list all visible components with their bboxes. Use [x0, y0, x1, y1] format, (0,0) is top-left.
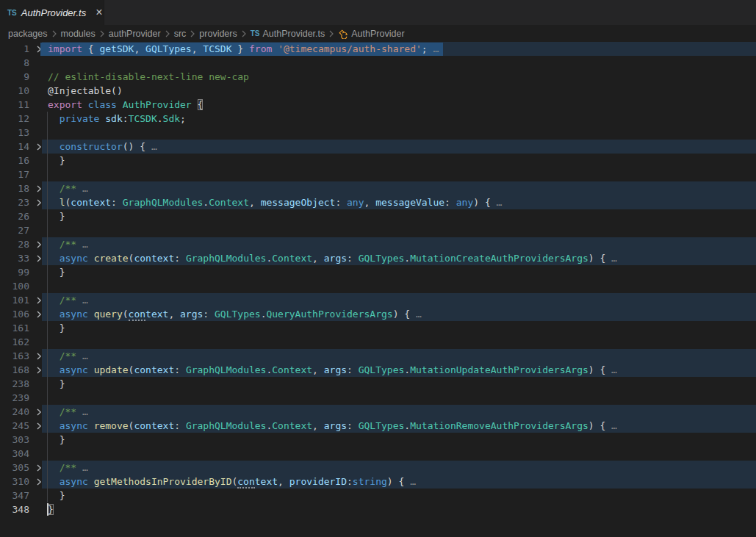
code-line[interactable]: 163 /** … [0, 349, 756, 363]
code-text[interactable]: /** … [48, 239, 88, 250]
fold-chevron-icon[interactable] [29, 199, 48, 206]
fold-chevron-icon[interactable] [29, 241, 48, 248]
code-text[interactable]: } [48, 155, 65, 166]
code-text[interactable]: async getMethodsInProviderByID(context, … [48, 476, 416, 487]
code-line[interactable]: 168 async update(context: GraphQLModules… [0, 363, 756, 377]
code-text[interactable]: async query(context, args: GQLTypes.Quer… [48, 309, 422, 320]
code-line[interactable]: 240 /** … [0, 405, 756, 419]
breadcrumb-item-authprovider[interactable]: authProvider [109, 29, 161, 39]
code-line[interactable]: 9// eslint-disable-next-line new-cap [0, 70, 756, 84]
breadcrumb-item-symbol[interactable]: AuthProvider [338, 29, 404, 39]
code-line[interactable]: 17 [0, 167, 756, 181]
breadcrumb-item-modules[interactable]: modules [61, 29, 96, 39]
code-text[interactable]: } [48, 490, 65, 501]
code-line[interactable]: 1import { getSDK, GQLTypes, TCSDK } from… [0, 42, 756, 56]
token: async [60, 253, 88, 264]
code-text[interactable]: @Injectable() [48, 85, 123, 96]
token: GQLTypes [359, 253, 405, 264]
code-line[interactable]: 33 async create(context: GraphQLModules.… [0, 251, 756, 265]
code-text[interactable]: /** … [48, 350, 88, 361]
line-number: 16 [0, 155, 29, 166]
code-text[interactable]: // eslint-disable-next-line new-cap [48, 71, 249, 82]
code-text[interactable]: } [48, 322, 65, 334]
code-line[interactable]: 304 [0, 447, 756, 461]
token: messageObject [261, 197, 336, 208]
code-text[interactable]: import { getSDK, GQLTypes, TCSDK } from … [48, 43, 443, 54]
fold-chevron-icon[interactable] [29, 464, 48, 472]
tab-authprovider[interactable]: TS AuthProvider.ts × [0, 0, 104, 25]
code-line[interactable]: 14 constructor() { … [0, 140, 756, 154]
code-text[interactable]: export class AuthProvider { [48, 99, 203, 110]
code-line[interactable]: 101 /** … [0, 293, 756, 307]
code-line[interactable]: 348} [0, 502, 756, 516]
code-line[interactable]: 11export class AuthProvider { [0, 98, 756, 112]
code-text[interactable]: async remove(context: GraphQLModules.Con… [48, 420, 617, 431]
code-line[interactable]: 18 /** … [0, 181, 756, 195]
code-text[interactable]: async update(context: GraphQLModules.Con… [48, 364, 617, 375]
token: : [174, 364, 186, 375]
fold-chevron-icon[interactable] [29, 311, 48, 318]
code-line[interactable]: 238 } [0, 377, 756, 391]
token: providerID [289, 476, 347, 487]
fold-chevron-icon[interactable] [29, 255, 48, 262]
code-text[interactable]: /** … [48, 295, 88, 306]
code-line[interactable]: 13 [0, 126, 756, 140]
code-line[interactable]: 16 } [0, 154, 756, 167]
fold-chevron-icon[interactable] [29, 408, 48, 416]
token: MutationRemoveAuthProvidersArgs [410, 420, 588, 431]
code-line[interactable]: 99 } [0, 265, 756, 279]
token: … [404, 476, 416, 487]
code-line[interactable]: 245 async remove(context: GraphQLModules… [0, 419, 756, 433]
token: getSDK [99, 43, 134, 54]
fold-chevron-icon[interactable] [29, 422, 48, 430]
code-text[interactable]: private sdk:TCSDK.Sdk; [48, 113, 186, 124]
token: … [605, 420, 617, 431]
fold-chevron-icon[interactable] [29, 297, 48, 304]
code-line[interactable]: 347 } [0, 489, 756, 502]
breadcrumb-item-file[interactable]: TS AuthProvider.ts [251, 29, 325, 39]
fold-chevron-icon[interactable] [29, 367, 48, 374]
code-line[interactable]: 162 [0, 335, 756, 349]
token [48, 113, 60, 124]
code-text[interactable]: } [48, 378, 65, 389]
code-text[interactable]: /** … [48, 406, 88, 417]
code-text[interactable]: l(context: GraphQLModules.Context, messa… [48, 197, 502, 208]
code-text[interactable]: } [48, 434, 65, 445]
code-line[interactable]: 100 [0, 279, 756, 293]
code-line[interactable]: 305 /** … [0, 461, 756, 475]
breadcrumb-item-providers[interactable]: providers [199, 29, 237, 39]
code-line[interactable]: 12 private sdk:TCSDK.Sdk; [0, 112, 756, 126]
code-text[interactable]: } [48, 211, 65, 222]
token: args [324, 364, 347, 375]
code-line[interactable]: 8 [0, 56, 756, 70]
code-line[interactable]: 10@Injectable() [0, 84, 756, 98]
code-line[interactable]: 23 l(context: GraphQLModules.Context, me… [0, 195, 756, 209]
fold-chevron-icon[interactable] [29, 478, 48, 486]
code-line[interactable]: 239 [0, 391, 756, 405]
line-number: 168 [0, 364, 29, 375]
code-line[interactable]: 106 async query(context, args: GQLTypes.… [0, 307, 756, 321]
fold-chevron-icon[interactable] [29, 353, 48, 360]
code-text[interactable]: async create(context: GraphQLModules.Con… [48, 253, 617, 264]
fold-chevron-icon[interactable] [29, 143, 48, 151]
code-line[interactable]: 26 } [0, 209, 756, 223]
code-line[interactable]: 161 } [0, 321, 756, 335]
code-line[interactable]: 303 } [0, 433, 756, 447]
token: '@timecampus/auth-shared' [278, 43, 422, 54]
close-icon[interactable]: × [93, 6, 104, 19]
code-text[interactable]: } [48, 267, 65, 278]
breadcrumb-item-src[interactable]: src [174, 29, 187, 39]
line-highlight [42, 223, 756, 237]
code-line[interactable]: 27 [0, 223, 756, 237]
token: , [364, 197, 376, 208]
code-text[interactable]: } [48, 504, 54, 515]
code-text[interactable]: constructor() { … [48, 141, 157, 152]
code-editor[interactable]: 1import { getSDK, GQLTypes, TCSDK } from… [0, 42, 756, 516]
fold-chevron-icon[interactable] [29, 185, 48, 192]
code-line[interactable]: 310 async getMethodsInProviderByID(conte… [0, 475, 756, 489]
code-text[interactable]: /** … [48, 462, 88, 473]
code-text[interactable]: /** … [48, 183, 88, 194]
token: : [347, 364, 359, 375]
code-line[interactable]: 28 /** … [0, 237, 756, 251]
breadcrumb-item-packages[interactable]: packages [8, 29, 48, 39]
